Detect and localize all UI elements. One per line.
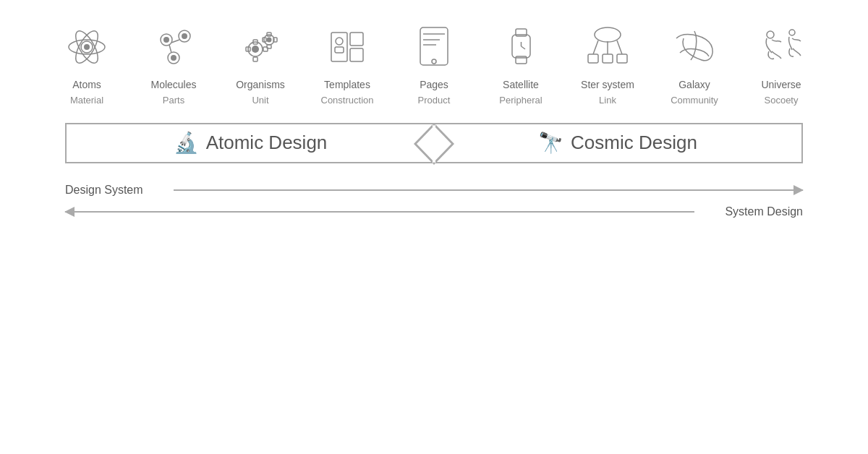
organism-icon: [235, 22, 286, 72]
sublabel-organisms: Unit: [221, 94, 300, 107]
svg-point-12: [171, 55, 176, 61]
sublabel-pages: Product: [394, 94, 474, 107]
top-labels-row: Atoms Molecules Organisms Templates Page…: [36, 78, 832, 93]
label-organisms: Organisms: [221, 78, 300, 93]
svg-rect-26: [350, 33, 363, 46]
svg-rect-43: [617, 54, 627, 63]
main-container: Atoms Molecules Organisms Templates Page…: [0, 0, 868, 454]
bottom-labels-row: Material Parts Unit Construction Product…: [36, 94, 832, 107]
sublabel-molecules: Parts: [134, 94, 213, 107]
label-galaxy: Galaxy: [655, 78, 734, 93]
icons-row: [36, 22, 832, 72]
svg-line-44: [593, 40, 598, 54]
sublabel-satellite: Peripheral: [481, 94, 561, 107]
svg-point-14: [252, 46, 259, 53]
design-system-row: Design System: [65, 184, 803, 197]
atomic-label: Atomic Design: [206, 132, 328, 154]
molecule-icon: [148, 22, 199, 72]
svg-point-11: [182, 33, 187, 39]
page-icon: [409, 22, 459, 72]
icon-col-star-system: [568, 22, 647, 72]
atomic-design-text: 🔬 Atomic Design: [174, 131, 328, 155]
sublabel-star-system: Link: [568, 94, 647, 107]
label-pages: Pages: [394, 78, 474, 93]
galaxy-icon: [669, 22, 720, 72]
sublabel-templates: Construction: [307, 94, 387, 107]
icon-col-universe: [741, 22, 821, 72]
template-icon: [322, 22, 373, 72]
system-design-row: System Design: [65, 205, 803, 218]
svg-point-10: [163, 37, 169, 43]
svg-rect-42: [603, 54, 613, 63]
star-system-icon: [582, 22, 633, 72]
cosmic-design-text: 🔭 Cosmic Design: [538, 131, 697, 155]
svg-line-9: [169, 45, 171, 53]
icon-col-galaxy: [655, 22, 734, 72]
svg-point-28: [336, 38, 343, 45]
icon-col-atoms: [47, 22, 127, 72]
arrows-section: Design System System Design: [65, 184, 803, 218]
atom-icon: [61, 22, 112, 72]
cosmic-design-section: 🔭 Cosmic Design: [434, 123, 803, 163]
svg-line-46: [617, 40, 622, 54]
svg-rect-16: [253, 57, 258, 61]
design-system-label: Design System: [65, 184, 159, 197]
icon-col-satellite: [481, 22, 561, 72]
icon-col-pages: [394, 22, 474, 72]
cosmic-label: Cosmic Design: [571, 132, 697, 154]
svg-point-31: [432, 59, 436, 64]
atomic-design-section: 🔬 Atomic Design: [65, 123, 434, 163]
label-templates: Templates: [307, 78, 387, 93]
svg-point-48: [789, 30, 795, 35]
icon-col-molecules: [134, 22, 213, 72]
sublabel-galaxy: Community: [655, 94, 734, 107]
svg-line-39: [521, 46, 525, 49]
satellite-icon: [495, 22, 546, 72]
label-star-system: Ster system: [568, 78, 647, 93]
svg-rect-27: [350, 48, 363, 61]
system-design-label: System Design: [709, 205, 803, 218]
label-molecules: Molecules: [134, 78, 213, 93]
label-universe: Universe: [741, 78, 821, 93]
icon-col-templates: [307, 22, 387, 72]
system-design-arrow: [65, 211, 694, 213]
design-system-arrow: [174, 189, 803, 191]
label-atoms: Atoms: [47, 78, 127, 93]
svg-rect-29: [335, 47, 344, 53]
svg-point-4: [84, 44, 90, 50]
svg-rect-41: [588, 54, 598, 63]
microscope-icon: 🔬: [174, 131, 199, 155]
svg-rect-23: [273, 38, 277, 42]
sublabel-universe: Socoety: [741, 94, 821, 107]
svg-point-20: [266, 37, 271, 42]
universe-icon: [756, 22, 807, 72]
svg-point-47: [767, 31, 774, 38]
icon-col-organisms: [221, 22, 300, 72]
telescope-icon: 🔭: [538, 131, 563, 155]
design-banner: 🔬 Atomic Design 🔭 Cosmic Design: [65, 123, 803, 163]
sublabel-atoms: Material: [47, 94, 127, 107]
svg-point-40: [595, 27, 621, 42]
label-satellite: Satellite: [481, 78, 561, 93]
